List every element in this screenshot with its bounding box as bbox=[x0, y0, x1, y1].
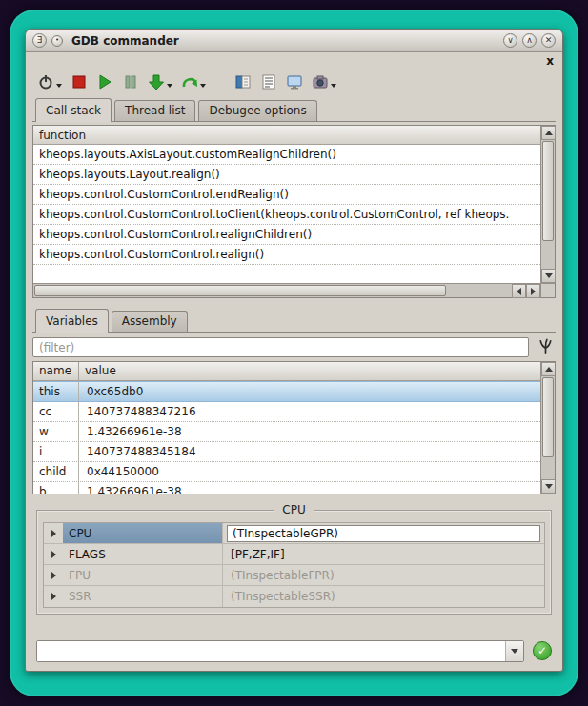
variables-header-row: name value bbox=[33, 362, 540, 381]
run-button[interactable] bbox=[96, 73, 113, 91]
command-combobox-input[interactable] bbox=[37, 641, 505, 661]
tab-assembly[interactable]: Assembly bbox=[112, 311, 188, 332]
cpu-row-name: FLAGS bbox=[63, 544, 223, 564]
command-combobox[interactable] bbox=[36, 640, 524, 662]
callstack-row[interactable]: kheops.control.CustomControl.endRealign(… bbox=[33, 185, 540, 205]
titlebar[interactable]: Ǝ • GDB commander ∨ ∧ ✕ bbox=[26, 30, 562, 52]
callstack-vertical-scrollbar[interactable] bbox=[540, 126, 555, 283]
step-into-icon bbox=[148, 73, 165, 91]
scroll-left-icon[interactable] bbox=[512, 284, 526, 298]
tab-thread-list[interactable]: Thread list bbox=[114, 100, 195, 121]
scrollbar-track[interactable] bbox=[33, 284, 512, 297]
variables-vertical-scrollbar[interactable] bbox=[540, 362, 555, 494]
confirm-button[interactable]: ✓ bbox=[533, 641, 552, 660]
variable-row[interactable]: cc140737488347216 bbox=[33, 402, 540, 422]
callstack-table: function kheops.layouts.AxisLayout.custo… bbox=[33, 126, 540, 283]
step-over-icon bbox=[181, 73, 198, 91]
step-into-button[interactable] bbox=[148, 73, 172, 91]
filter-options-button[interactable] bbox=[535, 337, 556, 357]
callstack-table-body: kheops.layouts.AxisLayout.customRealignC… bbox=[33, 145, 540, 265]
callstack-tabbar: Call stackThread listDebugee options bbox=[32, 99, 556, 122]
callstack-row[interactable]: kheops.layouts.AxisLayout.customRealignC… bbox=[33, 145, 540, 165]
pause-button[interactable] bbox=[122, 73, 139, 91]
variable-value: 0xc65db0 bbox=[79, 382, 540, 401]
step-over-button[interactable] bbox=[181, 73, 206, 91]
scroll-down-icon[interactable] bbox=[541, 269, 556, 283]
watch-window-button[interactable] bbox=[286, 73, 303, 91]
cpu-groupbox: CPU CPUFLAGS[PF,ZF,IF]FPU(TInspectableFP… bbox=[36, 510, 552, 615]
variable-row[interactable]: b1.43266961e-38 bbox=[33, 482, 540, 494]
stop-button[interactable] bbox=[71, 73, 88, 91]
close-button[interactable]: ✕ bbox=[541, 33, 556, 48]
dropdown-caret-icon[interactable] bbox=[331, 84, 336, 88]
chevron-right-icon bbox=[51, 593, 56, 600]
cpu-row-flags[interactable]: FLAGS[PF,ZF,IF] bbox=[44, 544, 544, 565]
minimize-button[interactable]: ∨ bbox=[503, 33, 517, 48]
tab-debugee-options[interactable]: Debugee options bbox=[198, 100, 316, 121]
variable-name: b bbox=[33, 482, 79, 494]
value-column-header[interactable]: value bbox=[79, 362, 540, 380]
power-button[interactable] bbox=[37, 73, 62, 91]
expander-icon[interactable] bbox=[44, 565, 63, 585]
cpu-inspector: CPUFLAGS[PF,ZF,IF]FPU(TInspectableFPR)SS… bbox=[43, 522, 545, 608]
chevron-right-icon bbox=[51, 572, 56, 579]
combobox-dropdown-button[interactable] bbox=[505, 641, 523, 661]
callstack-row[interactable]: kheops.control.CustomControl.realignChil… bbox=[33, 225, 540, 245]
maximize-button[interactable]: ∧ bbox=[522, 33, 537, 48]
snapshot-icon bbox=[312, 73, 329, 91]
run-icon bbox=[96, 73, 113, 91]
scrollbar-track[interactable] bbox=[541, 140, 555, 269]
cpu-row-name: CPU bbox=[63, 523, 223, 543]
dropdown-caret-icon[interactable] bbox=[200, 84, 206, 88]
tab-call-stack[interactable]: Call stack bbox=[35, 98, 112, 122]
scroll-down-icon[interactable] bbox=[541, 479, 556, 494]
variable-name: this bbox=[33, 382, 79, 401]
callstack-column-header[interactable]: function bbox=[33, 126, 540, 145]
variable-row[interactable]: i140737488345184 bbox=[33, 442, 540, 462]
variable-value: 0x44150000 bbox=[79, 462, 540, 481]
check-icon: ✓ bbox=[537, 645, 547, 656]
callstack-row[interactable]: kheops.control.CustomControl.realign() bbox=[33, 245, 540, 265]
stop-icon bbox=[71, 73, 88, 91]
window-menu-icon[interactable]: Ǝ bbox=[32, 33, 47, 48]
pane-close-icon[interactable]: x bbox=[546, 56, 554, 66]
window-pin-icon[interactable]: • bbox=[51, 35, 63, 47]
power-icon bbox=[37, 73, 54, 91]
variable-row[interactable]: w1.43266961e-38 bbox=[33, 422, 540, 442]
scroll-right-icon[interactable] bbox=[526, 284, 540, 298]
cpu-row-cpu[interactable]: CPU bbox=[44, 523, 544, 544]
call-list-button[interactable] bbox=[260, 73, 277, 91]
scroll-up-icon[interactable] bbox=[541, 362, 556, 376]
callstack-row[interactable]: kheops.layouts.Layout.realign() bbox=[33, 165, 540, 185]
tab-variables[interactable]: Variables bbox=[35, 309, 109, 333]
messages-icon bbox=[234, 73, 252, 91]
variable-row[interactable]: this0xc65db0 bbox=[33, 381, 540, 402]
dropdown-caret-icon[interactable] bbox=[167, 84, 172, 88]
cpu-row-value: [PF,ZF,IF] bbox=[223, 544, 544, 564]
callstack-horizontal-scrollbar[interactable] bbox=[33, 283, 540, 297]
variable-value: 1.43266961e-38 bbox=[79, 422, 540, 441]
filter-input[interactable] bbox=[32, 337, 529, 357]
cpu-value-input[interactable] bbox=[227, 525, 540, 542]
chevron-down-icon bbox=[511, 649, 518, 654]
messages-button[interactable] bbox=[234, 73, 252, 91]
expander-icon[interactable] bbox=[44, 586, 63, 607]
expander-icon[interactable] bbox=[44, 523, 63, 543]
expander-icon[interactable] bbox=[44, 544, 63, 564]
scrollbar-track[interactable] bbox=[541, 376, 555, 479]
name-column-header[interactable]: name bbox=[33, 362, 79, 380]
variable-row[interactable]: child0x44150000 bbox=[33, 462, 540, 482]
cpu-row-value bbox=[223, 523, 544, 543]
cpu-row-ssr[interactable]: SSR(TInspectableSSR) bbox=[44, 586, 544, 607]
callstack-row[interactable]: kheops.control.CustomControl.toClient(kh… bbox=[33, 205, 540, 225]
snapshot-button[interactable] bbox=[312, 73, 336, 91]
scrollbar-thumb[interactable] bbox=[542, 377, 554, 457]
dropdown-caret-icon[interactable] bbox=[56, 84, 62, 88]
scroll-up-icon[interactable] bbox=[541, 126, 556, 140]
variables-table: name value this0xc65db0cc140737488347216… bbox=[33, 362, 540, 494]
variables-tabbar: VariablesAssembly bbox=[32, 310, 556, 333]
scrollbar-thumb[interactable] bbox=[542, 141, 554, 241]
variables-panel: name value this0xc65db0cc140737488347216… bbox=[32, 361, 556, 494]
scrollbar-thumb[interactable] bbox=[34, 285, 446, 296]
cpu-row-fpu[interactable]: FPU(TInspectableFPR) bbox=[44, 565, 544, 586]
